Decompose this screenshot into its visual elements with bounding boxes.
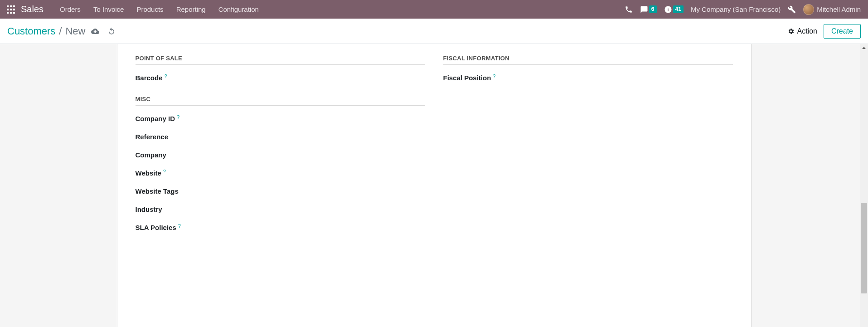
scroll-up-icon[interactable] — [860, 44, 868, 52]
main-content: POINT OF SALE Barcode ? MISC Company ID … — [0, 44, 868, 327]
apps-icon[interactable] — [5, 3, 17, 16]
website-tags-label: Website Tags — [136, 187, 179, 195]
svg-rect-2 — [13, 5, 15, 7]
company-label: Company — [136, 151, 166, 159]
sla-label: SLA Policies — [136, 224, 176, 231]
field-industry[interactable]: Industry — [136, 205, 425, 214]
barcode-label: Barcode — [136, 74, 163, 82]
user-menu[interactable]: Mitchell Admin — [803, 4, 861, 15]
field-sla-policies[interactable]: SLA Policies ? — [136, 223, 425, 232]
menu-products[interactable]: Products — [130, 0, 170, 19]
create-button[interactable]: Create — [824, 24, 861, 39]
navbar-right: 6 41 My Company (San Francisco) Mitchell… — [625, 3, 863, 16]
svg-rect-4 — [10, 9, 12, 10]
field-website-tags[interactable]: Website Tags — [136, 186, 425, 195]
field-barcode[interactable]: Barcode ? — [136, 73, 425, 82]
gear-icon — [787, 28, 795, 35]
field-reference[interactable]: Reference — [136, 132, 425, 141]
scroll-thumb[interactable] — [861, 203, 867, 293]
breadcrumb-current: New — [65, 25, 85, 37]
section-point-of-sale: POINT OF SALE — [136, 55, 425, 65]
fiscal-position-label: Fiscal Position — [443, 74, 491, 82]
help-icon[interactable]: ? — [177, 115, 179, 120]
user-name: Mitchell Admin — [817, 5, 861, 13]
field-fiscal-position[interactable]: Fiscal Position ? — [443, 73, 733, 82]
left-column: POINT OF SALE Barcode ? MISC Company ID … — [136, 52, 425, 241]
svg-rect-7 — [10, 12, 12, 14]
help-icon[interactable]: ? — [163, 169, 166, 174]
industry-label: Industry — [136, 205, 162, 213]
svg-rect-1 — [10, 5, 12, 7]
menu-orders[interactable]: Orders — [53, 0, 87, 19]
svg-rect-0 — [7, 5, 9, 7]
scrollbar[interactable] — [860, 44, 868, 327]
app-brand[interactable]: Sales — [21, 4, 44, 15]
svg-rect-3 — [7, 9, 9, 10]
top-navbar: Sales Orders To Invoice Products Reporti… — [0, 0, 868, 19]
help-icon[interactable]: ? — [165, 74, 167, 79]
svg-rect-6 — [7, 12, 9, 14]
menu-configuration[interactable]: Configuration — [212, 0, 265, 19]
company-id-label: Company ID — [136, 115, 175, 122]
field-company[interactable]: Company — [136, 150, 425, 159]
form-sheet: POINT OF SALE Barcode ? MISC Company ID … — [117, 44, 752, 327]
discard-icon[interactable] — [107, 27, 116, 35]
action-label: Action — [797, 27, 817, 35]
avatar — [803, 4, 814, 15]
form-columns: POINT OF SALE Barcode ? MISC Company ID … — [136, 52, 733, 241]
right-column: FISCAL INFORMATION Fiscal Position ? — [443, 52, 733, 241]
breadcrumb: Customers / New — [7, 25, 86, 37]
field-website[interactable]: Website ? — [136, 168, 425, 177]
section-fiscal: FISCAL INFORMATION — [443, 55, 733, 65]
breadcrumb-root[interactable]: Customers — [7, 25, 55, 37]
voip-icon[interactable] — [625, 3, 633, 16]
svg-rect-5 — [13, 9, 15, 10]
field-company-id[interactable]: Company ID ? — [136, 114, 425, 123]
activities-icon[interactable]: 41 — [664, 3, 684, 16]
help-icon[interactable]: ? — [493, 74, 495, 79]
breadcrumb-sep: / — [59, 25, 62, 37]
debug-icon[interactable] — [788, 3, 796, 16]
reference-label: Reference — [136, 133, 169, 141]
website-label: Website — [136, 169, 161, 177]
section-misc: MISC — [136, 96, 425, 106]
help-icon[interactable]: ? — [178, 224, 181, 229]
company-switcher[interactable]: My Company (San Francisco) — [691, 5, 781, 13]
control-panel: Customers / New Action Create — [0, 19, 868, 44]
navbar-left: Sales Orders To Invoice Products Reporti… — [5, 0, 265, 19]
menu-reporting[interactable]: Reporting — [170, 0, 212, 19]
cloud-save-icon[interactable] — [91, 27, 99, 35]
activities-badge: 41 — [673, 5, 684, 13]
messages-badge: 6 — [649, 5, 657, 13]
messages-icon[interactable]: 6 — [640, 3, 657, 16]
svg-rect-8 — [13, 12, 15, 14]
control-panel-right: Action Create — [787, 24, 861, 39]
menu-to-invoice[interactable]: To Invoice — [87, 0, 131, 19]
action-dropdown[interactable]: Action — [787, 27, 817, 35]
